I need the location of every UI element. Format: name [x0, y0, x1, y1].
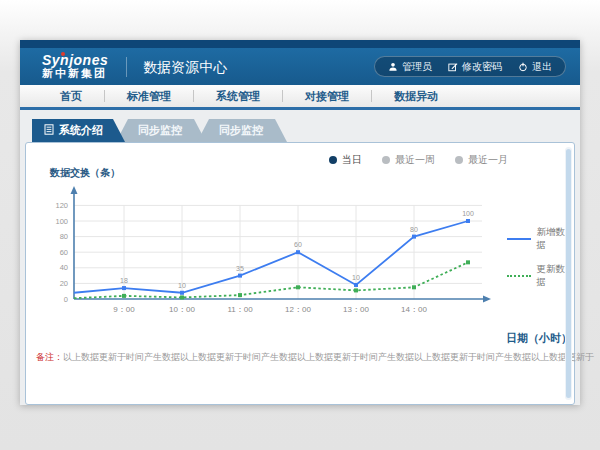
content-panel: 当日最近一周最近一月 数据交换（条） 0204060801001209：0010…	[25, 142, 575, 405]
x-tick-label: 10：00	[169, 305, 195, 314]
nav-item-system-mgmt[interactable]: 系统管理	[194, 89, 282, 104]
nav-item-interface-mgmt[interactable]: 对接管理	[283, 89, 371, 104]
chart-x-axis-title: 日期（小时）	[506, 331, 572, 346]
tab-sync-monitor-1[interactable]: 同步监控	[116, 119, 206, 142]
data-point	[238, 274, 242, 278]
y-tick-label: 20	[60, 279, 68, 288]
footnote: 备注：以上数据更新于时间产生数据以上数据更新于时间产生数据以上数据更新于时间产生…	[36, 351, 564, 364]
data-point-label: 18	[120, 277, 128, 284]
logo-red-dot	[61, 52, 65, 56]
tab-label: 同步监控	[219, 123, 263, 138]
x-tick-label: 9：00	[113, 305, 135, 314]
tab-system-intro[interactable]: 系统介绍	[32, 119, 125, 142]
change-password-label: 修改密码	[462, 60, 502, 74]
radio-dot-icon	[455, 156, 463, 164]
data-point	[412, 285, 416, 289]
radio-label: 最近一周	[395, 153, 435, 167]
y-tick-label: 80	[60, 232, 68, 241]
radio-last-month[interactable]: 最近一月	[455, 153, 508, 167]
logout-label: 退出	[532, 60, 552, 74]
page-title: 数据资源中心	[126, 57, 227, 77]
document-icon	[44, 124, 54, 137]
nav-item-home[interactable]: 首页	[38, 89, 104, 104]
tab-label: 系统介绍	[59, 123, 103, 138]
logo-subtext: 新中新集团	[42, 67, 108, 80]
user-toolbar: 管理员修改密码退出	[374, 56, 566, 77]
x-tick-label: 11：00	[227, 305, 253, 314]
time-range-radio-group: 当日最近一周最近一月	[329, 153, 508, 167]
y-axis-arrow-icon	[71, 186, 78, 194]
data-point-label: 60	[294, 241, 302, 248]
logout-button[interactable]: 退出	[518, 60, 552, 74]
radio-last-week[interactable]: 最近一周	[382, 153, 435, 167]
edit-icon	[448, 62, 458, 72]
data-point	[122, 286, 126, 290]
y-tick-label: 0	[64, 295, 68, 304]
x-tick-label: 12：00	[285, 305, 311, 314]
radio-dot-icon	[329, 156, 337, 164]
data-point	[466, 219, 470, 223]
data-point	[296, 285, 300, 289]
data-point	[122, 294, 126, 298]
scrollbar[interactable]	[565, 147, 572, 400]
y-tick-label: 60	[60, 248, 68, 257]
footnote-prefix: 备注：	[36, 352, 63, 362]
radio-today[interactable]: 当日	[329, 153, 362, 167]
content-area: 系统介绍同步监控同步监控 当日最近一周最近一月 数据交换（条） 02040608…	[20, 110, 580, 405]
scrollbar-thumb[interactable]	[566, 149, 571, 398]
data-point	[180, 295, 184, 299]
data-point	[180, 291, 184, 295]
radio-dot-icon	[382, 156, 390, 164]
data-point-label: 10	[352, 274, 360, 281]
footnote-text: 以上数据更新于时间产生数据以上数据更新于时间产生数据以上数据更新于时间产生数据以…	[63, 352, 594, 362]
company-logo: Synjones 新中新集团	[42, 54, 108, 80]
data-point	[296, 250, 300, 254]
tab-bar: 系统介绍同步监控同步监控	[32, 119, 287, 142]
legend-line-swatch	[507, 238, 531, 240]
tab-sync-monitor-2[interactable]: 同步监控	[197, 119, 287, 142]
series-line-0	[74, 221, 468, 293]
change-password-button[interactable]: 修改密码	[448, 60, 502, 74]
y-tick-label: 40	[60, 263, 68, 272]
radio-label: 当日	[342, 153, 362, 167]
data-point	[466, 260, 470, 264]
legend-line-swatch	[507, 275, 531, 277]
chart-y-axis-title: 数据交换（条）	[50, 166, 120, 180]
data-point	[354, 283, 358, 287]
x-tick-label: 14：00	[401, 305, 427, 314]
nav-item-data-change[interactable]: 数据异动	[372, 89, 460, 104]
main-nav: 首页标准管理系统管理对接管理数据异动	[20, 85, 580, 110]
admin-user-button[interactable]: 管理员	[388, 60, 432, 74]
user-icon	[388, 62, 398, 72]
legend-item: 新增数据	[507, 226, 574, 252]
header-top-strip	[20, 40, 580, 48]
power-icon	[518, 62, 528, 72]
app-window: Synjones 新中新集团 数据资源中心 管理员修改密码退出 首页标准管理系统…	[20, 40, 580, 405]
x-tick-label: 13：00	[343, 305, 369, 314]
x-axis-arrow-icon	[483, 296, 491, 303]
admin-user-label: 管理员	[402, 60, 432, 74]
data-point-label: 35	[236, 265, 244, 272]
app-header: Synjones 新中新集团 数据资源中心 管理员修改密码退出	[20, 48, 580, 85]
y-tick-label: 120	[55, 201, 68, 210]
radio-label: 最近一月	[468, 153, 508, 167]
data-point	[412, 235, 416, 239]
data-point	[238, 293, 242, 297]
logo-text: Synjones	[42, 54, 108, 67]
y-tick-label: 100	[55, 217, 68, 226]
data-point-label: 100	[462, 210, 474, 217]
line-chart: 0204060801001209：0010：0011：0012：0013：001…	[34, 181, 504, 323]
data-point-label: 80	[410, 226, 418, 233]
tab-label: 同步监控	[138, 123, 182, 138]
data-point-label: 10	[178, 282, 186, 289]
nav-item-standard-mgmt[interactable]: 标准管理	[105, 89, 193, 104]
chart-legend: 新增数据更新数据	[507, 226, 574, 289]
legend-item: 更新数据	[507, 263, 574, 289]
data-point	[354, 288, 358, 292]
